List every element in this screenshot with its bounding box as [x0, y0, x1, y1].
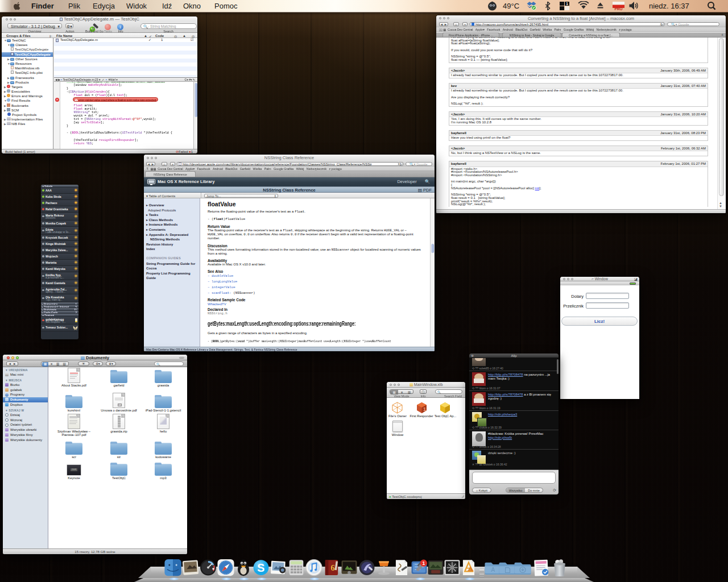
- svg-text:PRO: PRO: [614, 7, 622, 11]
- svg-text:1: 1: [422, 560, 425, 566]
- svg-text:6: 6: [331, 563, 335, 572]
- svg-text:1: 1: [423, 406, 426, 412]
- svg-text:A: A: [491, 567, 495, 573]
- svg-text:S: S: [257, 562, 264, 574]
- svg-text:1: 1: [566, 2, 568, 6]
